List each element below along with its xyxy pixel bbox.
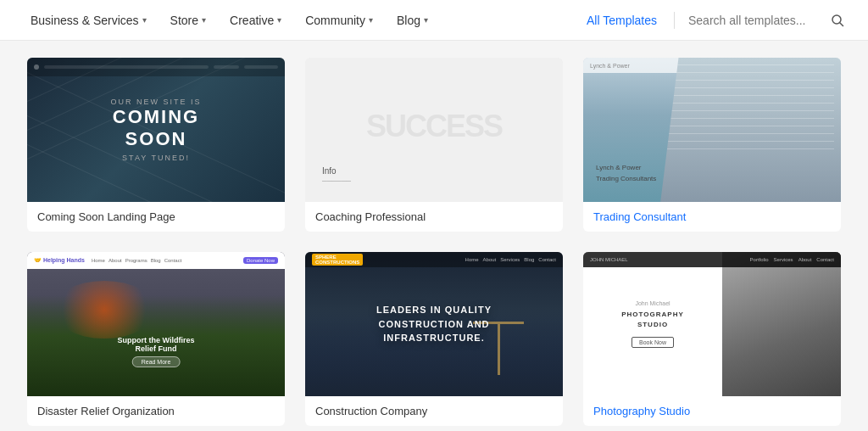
nav-item-community[interactable]: Community ▾	[295, 0, 383, 41]
template-name-disaster: Disaster Relief Organization	[27, 396, 285, 426]
navbar: Business & Services ▾ Store ▾ Creative ▾…	[0, 0, 868, 41]
search-input[interactable]	[688, 14, 824, 27]
template-card-coaching[interactable]: SUCCESS Info────── Edit View Coaching Pr…	[305, 58, 563, 232]
template-thumb-disaster: 🤝 Helping Hands HomeAboutProgramsBlogCon…	[27, 252, 285, 396]
search-container	[685, 14, 848, 27]
nav-divider	[674, 12, 675, 29]
chevron-down-icon: ▾	[202, 15, 206, 25]
nav-item-creative[interactable]: Creative ▾	[220, 0, 292, 41]
nav-label-creative: Creative	[230, 14, 274, 27]
nav-left: Business & Services ▾ Store ▾ Creative ▾…	[20, 0, 580, 41]
chevron-down-icon: ▾	[369, 15, 373, 25]
nav-label-store: Store	[170, 14, 198, 27]
view-button-trading[interactable]: View	[670, 135, 754, 162]
template-name-trading: Trading Consultant	[583, 202, 841, 232]
template-card-trading[interactable]: Lynch & Power Home About Blog Contact	[583, 58, 841, 232]
nav-label-business: Business & Services	[31, 14, 139, 27]
view-button-coaching[interactable]: View	[392, 135, 476, 162]
nav-item-store[interactable]: Store ▾	[160, 0, 216, 41]
main-content: OUR NEW SITE IS COMING SOON STAY TUNED! …	[0, 41, 868, 431]
template-name-coaching: Coaching Professional	[305, 202, 563, 232]
template-thumb-photography: JOHN MICHAEL Portfolio Services About Co…	[583, 252, 841, 396]
edit-button-trading[interactable]: Edit	[670, 98, 754, 125]
svg-line-1	[840, 23, 843, 26]
nav-right: All Templates	[580, 12, 848, 29]
templates-grid: OUR NEW SITE IS COMING SOON STAY TUNED! …	[27, 58, 841, 426]
template-card-construction[interactable]: SPHERECONSTRUCTIONS HomeAboutServicesBlo…	[305, 252, 563, 426]
edit-button-disaster[interactable]: Edit	[114, 292, 198, 319]
view-button-photography[interactable]: View	[670, 329, 754, 356]
view-button-coming-soon[interactable]: View	[114, 135, 198, 162]
nav-label-community: Community	[305, 14, 365, 27]
nav-item-blog[interactable]: Blog ▾	[387, 0, 438, 41]
edit-button-photography[interactable]: Edit	[670, 292, 754, 319]
view-button-disaster[interactable]: View	[114, 329, 198, 356]
chevron-down-icon: ▾	[424, 15, 428, 25]
edit-button-coming-soon[interactable]: Edit	[114, 98, 198, 125]
all-templates-link[interactable]: All Templates	[580, 14, 664, 27]
edit-button-coaching[interactable]: Edit	[392, 98, 476, 125]
template-thumb-construction: SPHERECONSTRUCTIONS HomeAboutServicesBlo…	[305, 252, 563, 396]
template-card-coming-soon[interactable]: OUR NEW SITE IS COMING SOON STAY TUNED! …	[27, 58, 285, 232]
template-thumb-coaching: SUCCESS Info────── Edit View	[305, 58, 563, 202]
search-icon[interactable]	[831, 14, 844, 27]
construction-text: LEADERS IN QUALITYCONSTRUCTION ANDINFRAS…	[376, 303, 492, 345]
template-name-construction: Construction Company	[305, 396, 563, 426]
template-name-photography: Photography Studio	[583, 396, 841, 426]
template-card-photography[interactable]: JOHN MICHAEL Portfolio Services About Co…	[583, 252, 841, 426]
template-name-coming-soon: Coming Soon Landing Page	[27, 202, 285, 232]
template-thumb-coming-soon: OUR NEW SITE IS COMING SOON STAY TUNED! …	[27, 58, 285, 202]
chevron-down-icon: ▾	[277, 15, 281, 25]
nav-item-business[interactable]: Business & Services ▾	[20, 0, 157, 41]
nav-label-blog: Blog	[397, 14, 420, 27]
chevron-down-icon: ▾	[142, 15, 147, 25]
template-card-disaster[interactable]: 🤝 Helping Hands HomeAboutProgramsBlogCon…	[27, 252, 285, 426]
template-thumb-trading: Lynch & Power Home About Blog Contact	[583, 58, 841, 202]
